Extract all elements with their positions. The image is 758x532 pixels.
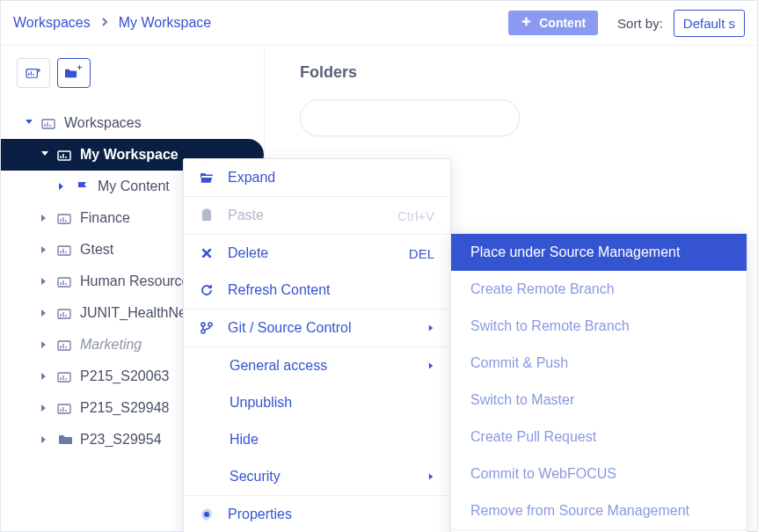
tree-label: JUNIT_HealthNet xyxy=(80,305,190,321)
svg-point-14 xyxy=(208,323,212,326)
svg-rect-4 xyxy=(58,246,70,255)
tree-node-workspaces[interactable]: Workspaces xyxy=(1,107,264,139)
chevron-right-icon xyxy=(99,16,110,30)
submenu-commit-push: Commit & Push xyxy=(451,345,747,382)
caret-right-icon xyxy=(40,400,50,416)
folders-heading: Folders xyxy=(300,63,722,82)
caret-right-icon xyxy=(428,320,434,336)
sort-select[interactable]: Default s xyxy=(674,10,745,37)
workspace-icon xyxy=(57,274,73,288)
svg-rect-11 xyxy=(204,209,209,212)
svg-rect-6 xyxy=(58,310,70,318)
breadcrumb-workspaces[interactable]: Workspaces xyxy=(13,15,91,31)
git-submenu: Place under Source Management Create Rem… xyxy=(450,233,747,532)
tree-label: P215_S20063 xyxy=(80,368,169,384)
menu-git[interactable]: Git / Source Control xyxy=(184,310,450,346)
x-icon xyxy=(200,246,215,260)
svg-rect-0 xyxy=(26,69,37,78)
tree-label: Finance xyxy=(80,210,130,226)
menu-label: Commit & Push xyxy=(470,355,568,371)
menu-label: Switch to Remote Branch xyxy=(470,318,630,334)
tree-label: My Workspace xyxy=(80,147,179,163)
folder-open-icon xyxy=(200,171,215,185)
svg-rect-9 xyxy=(58,404,70,413)
menu-unpublish[interactable]: Unpublish xyxy=(184,384,450,421)
workspace-icon xyxy=(57,338,73,352)
workspace-icon xyxy=(57,243,73,257)
workspace-icon xyxy=(57,369,73,383)
new-folder-tile[interactable] xyxy=(300,99,520,136)
menu-label: General access xyxy=(230,358,327,374)
menu-label: Refresh Content xyxy=(228,282,331,298)
submenu-pull-request: Create Pull Request xyxy=(451,419,747,455)
new-folder-button[interactable] xyxy=(57,58,91,88)
svg-point-12 xyxy=(201,323,205,326)
menu-refresh[interactable]: Refresh Content xyxy=(184,272,450,309)
caret-right-icon xyxy=(40,368,50,384)
tree-label: P215_S29948 xyxy=(80,400,169,416)
menu-label: Properties xyxy=(228,506,292,522)
clipboard-icon xyxy=(200,208,215,222)
menu-label: Expand xyxy=(228,170,275,186)
menu-general-access[interactable]: General access xyxy=(184,347,450,384)
git-branch-icon xyxy=(200,321,215,335)
plus-icon xyxy=(521,16,532,30)
tree-label: Workspaces xyxy=(64,115,142,131)
svg-rect-2 xyxy=(58,151,70,160)
submenu-remove-source: Remove from Source Management xyxy=(451,492,747,529)
tree-label: Gtest xyxy=(80,242,113,258)
menu-delete[interactable]: Delete DEL xyxy=(184,235,450,272)
submenu-place-under-source[interactable]: Place under Source Management xyxy=(451,234,747,271)
svg-rect-7 xyxy=(58,341,70,350)
menu-label: Security xyxy=(230,469,281,485)
svg-point-13 xyxy=(201,330,205,333)
menu-shortcut: DEL xyxy=(409,246,434,261)
menu-label: Create Pull Request xyxy=(470,429,596,445)
workspace-icon xyxy=(57,148,73,162)
caret-right-icon xyxy=(40,273,50,289)
folder-icon xyxy=(57,433,73,447)
caret-right-icon xyxy=(40,305,50,321)
caret-right-icon xyxy=(40,210,50,226)
submenu-switch-master: Switch to Master xyxy=(451,382,747,419)
menu-label: Git / Source Control xyxy=(228,320,352,336)
tree-label: Marketing xyxy=(80,337,142,353)
menu-label: Paste xyxy=(228,208,264,223)
context-menu: Expand Paste Ctrl+V Delete DEL Refresh C… xyxy=(183,158,451,532)
menu-label: Create Remote Branch xyxy=(470,281,615,297)
submenu-commit-wf: Commit to WebFOCUS xyxy=(451,455,747,492)
new-report-button[interactable] xyxy=(17,58,50,88)
sidebar-toolbar xyxy=(1,46,264,100)
caret-down-icon xyxy=(37,149,53,160)
workspace-icon xyxy=(41,116,57,130)
workspace-icon xyxy=(57,211,73,225)
svg-rect-3 xyxy=(58,215,70,223)
menu-label: Unpublish xyxy=(230,395,292,411)
menu-expand[interactable]: Expand xyxy=(184,159,450,196)
workspace-icon xyxy=(57,306,73,320)
menu-label: Commit to WebFOCUS xyxy=(470,466,616,482)
content-button-label: Content xyxy=(539,16,586,30)
menu-paste: Paste Ctrl+V xyxy=(184,197,450,234)
content-button[interactable]: Content xyxy=(508,11,598,35)
breadcrumb-current[interactable]: My Workspace xyxy=(119,15,212,31)
caret-right-icon xyxy=(40,432,50,448)
svg-rect-8 xyxy=(58,373,70,382)
submenu-switch-branch: Switch to Remote Branch xyxy=(451,308,747,345)
svg-rect-5 xyxy=(58,278,70,287)
menu-label: Remove from Source Management xyxy=(470,503,689,519)
tree-label: Human Resources xyxy=(80,273,197,289)
menu-security[interactable]: Security xyxy=(184,458,450,495)
menu-label: Place under Source Management xyxy=(470,244,680,260)
gear-icon xyxy=(200,507,215,521)
menu-properties[interactable]: Properties xyxy=(184,496,450,532)
breadcrumb: Workspaces My Workspace xyxy=(13,15,508,31)
tree-label: P23_S29954 xyxy=(80,432,162,448)
caret-right-icon xyxy=(40,242,50,258)
caret-right-icon xyxy=(428,358,434,374)
svg-rect-1 xyxy=(42,120,55,128)
menu-hide[interactable]: Hide xyxy=(184,421,450,458)
caret-down-icon xyxy=(21,118,37,128)
submenu-create-branch: Create Remote Branch xyxy=(451,271,747,308)
menu-shortcut: Ctrl+V xyxy=(397,208,434,223)
